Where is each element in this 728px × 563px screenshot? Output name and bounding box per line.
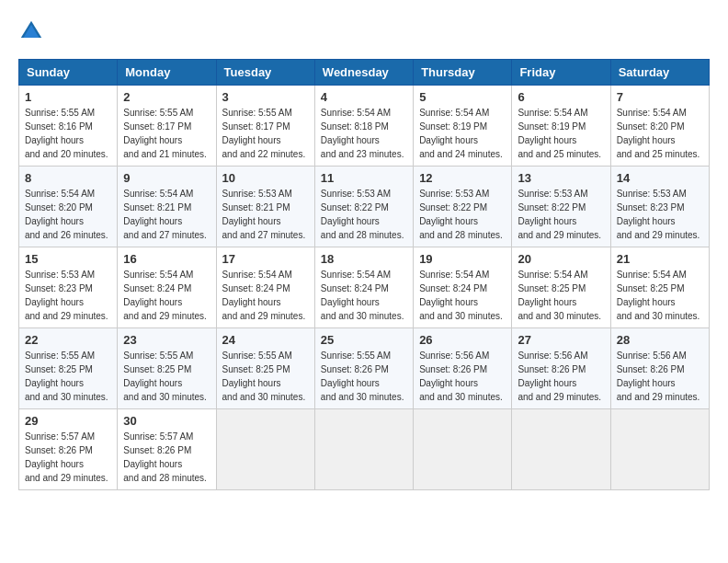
day-detail: Sunrise: 5:54 AMSunset: 8:19 PMDaylight … (518, 106, 604, 161)
weekday-header-tuesday: Tuesday (216, 60, 314, 86)
day-detail: Sunrise: 5:55 AMSunset: 8:17 PMDaylight … (222, 106, 309, 161)
day-number: 22 (25, 333, 111, 347)
table-row: 24Sunrise: 5:55 AMSunset: 8:25 PMDayligh… (216, 328, 314, 409)
day-detail: Sunrise: 5:55 AMSunset: 8:26 PMDaylight … (321, 349, 407, 404)
table-row: 11Sunrise: 5:53 AMSunset: 8:22 PMDayligh… (314, 167, 413, 247)
day-number: 25 (321, 333, 407, 347)
day-number: 5 (419, 90, 506, 104)
day-detail: Sunrise: 5:53 AMSunset: 8:22 PMDaylight … (321, 187, 407, 242)
table-row (216, 409, 314, 490)
day-number: 3 (222, 90, 309, 104)
day-number: 28 (617, 333, 703, 347)
day-number: 26 (419, 333, 506, 347)
logo-icon (18, 18, 44, 44)
day-number: 6 (518, 90, 604, 104)
day-number: 13 (518, 171, 604, 185)
day-number: 10 (222, 171, 309, 185)
day-detail: Sunrise: 5:54 AMSunset: 8:20 PMDaylight … (617, 106, 703, 161)
table-row: 1Sunrise: 5:55 AMSunset: 8:16 PMDaylight… (19, 86, 118, 167)
day-detail: Sunrise: 5:56 AMSunset: 8:26 PMDaylight … (518, 349, 604, 404)
day-number: 8 (25, 171, 111, 185)
calendar-table: SundayMondayTuesdayWednesdayThursdayFrid… (18, 59, 710, 490)
day-detail: Sunrise: 5:54 AMSunset: 8:25 PMDaylight … (617, 268, 703, 323)
day-detail: Sunrise: 5:54 AMSunset: 8:24 PMDaylight … (123, 268, 210, 323)
day-number: 17 (222, 252, 309, 266)
day-detail: Sunrise: 5:53 AMSunset: 8:22 PMDaylight … (518, 187, 604, 242)
table-row: 7Sunrise: 5:54 AMSunset: 8:20 PMDaylight… (610, 86, 709, 167)
table-row: 8Sunrise: 5:54 AMSunset: 8:20 PMDaylight… (19, 167, 118, 247)
day-detail: Sunrise: 5:53 AMSunset: 8:23 PMDaylight … (617, 187, 703, 242)
table-row: 25Sunrise: 5:55 AMSunset: 8:26 PMDayligh… (314, 328, 413, 409)
day-number: 14 (617, 171, 703, 185)
day-detail: Sunrise: 5:54 AMSunset: 8:18 PMDaylight … (321, 106, 407, 161)
day-detail: Sunrise: 5:56 AMSunset: 8:26 PMDaylight … (617, 349, 703, 404)
day-detail: Sunrise: 5:55 AMSunset: 8:25 PMDaylight … (222, 349, 309, 404)
table-row: 17Sunrise: 5:54 AMSunset: 8:24 PMDayligh… (216, 247, 314, 328)
page-header (18, 18, 710, 44)
day-number: 27 (518, 333, 604, 347)
day-number: 4 (321, 90, 407, 104)
day-detail: Sunrise: 5:54 AMSunset: 8:24 PMDaylight … (222, 268, 309, 323)
day-detail: Sunrise: 5:57 AMSunset: 8:26 PMDaylight … (123, 430, 210, 485)
day-detail: Sunrise: 5:53 AMSunset: 8:21 PMDaylight … (222, 187, 309, 242)
day-number: 12 (419, 171, 506, 185)
table-row: 9Sunrise: 5:54 AMSunset: 8:21 PMDaylight… (118, 167, 216, 247)
day-detail: Sunrise: 5:57 AMSunset: 8:26 PMDaylight … (25, 430, 111, 485)
table-row: 29Sunrise: 5:57 AMSunset: 8:26 PMDayligh… (19, 409, 118, 490)
day-number: 16 (123, 252, 210, 266)
table-row: 20Sunrise: 5:54 AMSunset: 8:25 PMDayligh… (512, 247, 610, 328)
table-row (512, 409, 610, 490)
day-number: 23 (123, 333, 210, 347)
day-number: 29 (25, 414, 111, 428)
table-row: 22Sunrise: 5:55 AMSunset: 8:25 PMDayligh… (19, 328, 118, 409)
day-detail: Sunrise: 5:56 AMSunset: 8:26 PMDaylight … (419, 349, 506, 404)
table-row: 2Sunrise: 5:55 AMSunset: 8:17 PMDaylight… (118, 86, 216, 167)
table-row: 18Sunrise: 5:54 AMSunset: 8:24 PMDayligh… (314, 247, 413, 328)
table-row: 6Sunrise: 5:54 AMSunset: 8:19 PMDaylight… (512, 86, 610, 167)
table-row: 3Sunrise: 5:55 AMSunset: 8:17 PMDaylight… (216, 86, 314, 167)
weekday-header-sunday: Sunday (19, 60, 118, 86)
table-row: 15Sunrise: 5:53 AMSunset: 8:23 PMDayligh… (19, 247, 118, 328)
table-row: 27Sunrise: 5:56 AMSunset: 8:26 PMDayligh… (512, 328, 610, 409)
table-row: 28Sunrise: 5:56 AMSunset: 8:26 PMDayligh… (610, 328, 709, 409)
table-row: 19Sunrise: 5:54 AMSunset: 8:24 PMDayligh… (414, 247, 512, 328)
weekday-header-saturday: Saturday (610, 60, 709, 86)
day-detail: Sunrise: 5:54 AMSunset: 8:19 PMDaylight … (419, 106, 506, 161)
day-number: 1 (25, 90, 111, 104)
weekday-header-monday: Monday (118, 60, 216, 86)
table-row (314, 409, 413, 490)
day-number: 15 (25, 252, 111, 266)
day-detail: Sunrise: 5:54 AMSunset: 8:21 PMDaylight … (123, 187, 210, 242)
table-row: 13Sunrise: 5:53 AMSunset: 8:22 PMDayligh… (512, 167, 610, 247)
day-detail: Sunrise: 5:55 AMSunset: 8:25 PMDaylight … (123, 349, 210, 404)
day-number: 21 (617, 252, 703, 266)
day-number: 11 (321, 171, 407, 185)
day-detail: Sunrise: 5:54 AMSunset: 8:24 PMDaylight … (321, 268, 407, 323)
table-row: 26Sunrise: 5:56 AMSunset: 8:26 PMDayligh… (414, 328, 512, 409)
table-row: 16Sunrise: 5:54 AMSunset: 8:24 PMDayligh… (118, 247, 216, 328)
day-detail: Sunrise: 5:53 AMSunset: 8:22 PMDaylight … (419, 187, 506, 242)
day-detail: Sunrise: 5:55 AMSunset: 8:17 PMDaylight … (123, 106, 210, 161)
day-number: 19 (419, 252, 506, 266)
day-detail: Sunrise: 5:53 AMSunset: 8:23 PMDaylight … (25, 268, 111, 323)
logo (18, 18, 48, 44)
table-row: 30Sunrise: 5:57 AMSunset: 8:26 PMDayligh… (118, 409, 216, 490)
day-detail: Sunrise: 5:54 AMSunset: 8:24 PMDaylight … (419, 268, 506, 323)
table-row: 14Sunrise: 5:53 AMSunset: 8:23 PMDayligh… (610, 167, 709, 247)
day-number: 7 (617, 90, 703, 104)
day-number: 20 (518, 252, 604, 266)
weekday-header-friday: Friday (512, 60, 610, 86)
table-row: 23Sunrise: 5:55 AMSunset: 8:25 PMDayligh… (118, 328, 216, 409)
table-row: 21Sunrise: 5:54 AMSunset: 8:25 PMDayligh… (610, 247, 709, 328)
table-row: 12Sunrise: 5:53 AMSunset: 8:22 PMDayligh… (414, 167, 512, 247)
table-row: 5Sunrise: 5:54 AMSunset: 8:19 PMDaylight… (414, 86, 512, 167)
day-number: 30 (123, 414, 210, 428)
weekday-header-wednesday: Wednesday (314, 60, 413, 86)
table-row: 4Sunrise: 5:54 AMSunset: 8:18 PMDaylight… (314, 86, 413, 167)
day-number: 18 (321, 252, 407, 266)
day-detail: Sunrise: 5:54 AMSunset: 8:20 PMDaylight … (25, 187, 111, 242)
day-detail: Sunrise: 5:55 AMSunset: 8:16 PMDaylight … (25, 106, 111, 161)
weekday-header-thursday: Thursday (414, 60, 512, 86)
day-number: 2 (123, 90, 210, 104)
table-row (610, 409, 709, 490)
